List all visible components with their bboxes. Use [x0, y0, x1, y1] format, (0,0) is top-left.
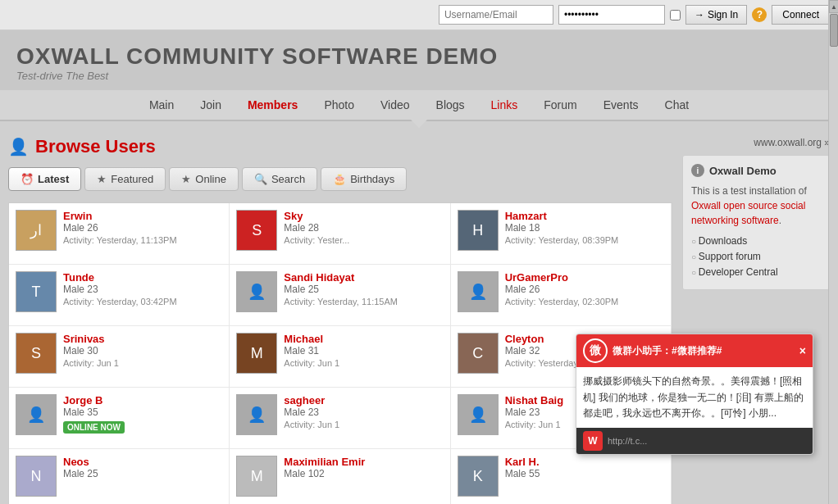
user-meta: Male 26	[63, 222, 222, 234]
site-header: OXWALL COMMUNITY SOFTWARE DEMO Test-driv…	[0, 30, 838, 90]
user-meta: Male 18	[505, 222, 664, 234]
popup-header: 微 微群小助手：#微群推荐# ×	[576, 334, 813, 367]
star-icon-online: ★	[181, 173, 191, 185]
nav-item-chat[interactable]: Chat	[652, 90, 703, 120]
oxwall-link[interactable]: Oxwall open source social networking sof…	[691, 200, 805, 226]
avatar: S	[236, 210, 277, 251]
connect-button[interactable]: Connect	[772, 5, 830, 25]
topbar: → Sign In ? Connect	[0, 0, 838, 30]
downloads-link[interactable]: Downloads	[699, 235, 747, 247]
developer-link[interactable]: Developer Central	[699, 266, 778, 278]
user-meta: Male 28	[284, 222, 443, 234]
remember-me-checkbox[interactable]	[670, 10, 681, 20]
user-activity: Activity: Yesterday, 02:30PM	[505, 297, 664, 306]
scroll-up-arrow[interactable]: ▲	[829, 0, 838, 13]
popup-footer-url: http://t.c...	[608, 436, 647, 446]
support-link[interactable]: Support forum	[699, 251, 761, 262]
popup-header-left: 微 微群小助手：#微群推荐#	[583, 338, 722, 363]
avatar: N	[16, 456, 57, 497]
nav-item-forum[interactable]: Forum	[531, 90, 590, 120]
user-card: S Sky Male 28 Activity: Yester...	[230, 203, 450, 265]
popup-footer-icon: W	[583, 431, 603, 451]
scroll-thumb[interactable]	[830, 14, 838, 47]
user-card: 👤 UrGamerPro Male 26 Activity: Yesterday…	[451, 265, 672, 326]
user-info: Sky Male 28 Activity: Yester...	[284, 210, 443, 245]
sidebar-description: This is a test installation of Oxwall op…	[691, 184, 821, 228]
sidebar-link-developer: Developer Central	[691, 266, 821, 278]
user-info: Erwin Male 26 Activity: Yesterday, 11:13…	[63, 210, 222, 245]
tab-latest[interactable]: ⏰ Latest	[8, 167, 81, 191]
signin-button[interactable]: → Sign In	[685, 5, 747, 25]
user-name-link[interactable]: Srinivas	[63, 333, 222, 345]
user-name-link[interactable]: Sandi Hidayat	[284, 271, 443, 284]
user-name-link[interactable]: Jorge B	[63, 394, 222, 406]
avatar: 👤	[458, 394, 499, 435]
user-card: 👤 sagheer Male 23 Activity: Jun 1	[230, 388, 450, 449]
user-info: Tunde Male 23 Activity: Yesterday, 03:42…	[63, 271, 222, 306]
sidebar-box-title: Oxwall Demo	[709, 165, 777, 177]
tab-online[interactable]: ★ Online	[169, 167, 239, 191]
tab-featured[interactable]: ★ Featured	[84, 167, 166, 191]
user-name-link[interactable]: Neos	[63, 456, 222, 468]
filter-tabs: ⏰ Latest ★ Featured ★ Online 🔍 Search 🎂 …	[8, 167, 672, 191]
star-icon-featured: ★	[97, 173, 107, 185]
nav-item-video[interactable]: Video	[367, 90, 423, 120]
user-info: UrGamerPro Male 26 Activity: Yesterday, …	[505, 271, 664, 306]
user-activity: Activity: Yesterday, 03:42PM	[63, 297, 222, 306]
nav-item-blogs[interactable]: Blogs	[423, 90, 478, 120]
nav-item-links[interactable]: Links	[478, 90, 531, 120]
page-title: Browse Users	[35, 136, 156, 157]
tab-search[interactable]: 🔍 Search	[242, 167, 317, 191]
scrollbar[interactable]: ▲	[828, 0, 838, 504]
user-card: 👤 Sandi Hidayat Male 25 Activity: Yester…	[230, 265, 450, 326]
user-meta: Male 30	[63, 345, 222, 356]
sidebar-external-link[interactable]: www.oxwall.org »	[754, 137, 830, 148]
user-activity: Activity: Jun 1	[63, 358, 222, 368]
user-meta: Male 55	[505, 468, 664, 479]
sidebar-link-downloads: Downloads	[691, 234, 821, 247]
avatar: ار	[16, 210, 57, 251]
username-input[interactable]	[439, 5, 553, 25]
help-button[interactable]: ?	[752, 7, 767, 22]
user-name-link[interactable]: Sky	[284, 210, 443, 222]
nav-item-join[interactable]: Join	[187, 90, 235, 120]
site-tagline: Test-drive The Best	[16, 70, 822, 82]
user-card: ار Erwin Male 26 Activity: Yesterday, 11…	[9, 203, 230, 265]
user-name-link[interactable]: sagheer	[284, 394, 443, 406]
user-name-link[interactable]: Michael	[284, 333, 443, 345]
user-info: Neos Male 25	[63, 456, 222, 481]
weibo-icon: 微	[583, 338, 608, 363]
birthday-icon: 🎂	[333, 173, 346, 185]
user-name-link[interactable]: Hamzart	[505, 210, 664, 222]
user-meta: Male 23	[284, 406, 443, 418]
user-name-link[interactable]: Maximilian Emir	[284, 456, 443, 468]
popup-footer: W http://t.c...	[576, 428, 813, 454]
user-activity: Activity: Yesterday, 08:39PM	[505, 235, 664, 245]
user-card: M Maximilian Emir Male 102	[230, 449, 450, 504]
password-input[interactable]	[558, 5, 665, 25]
user-info: Jorge B Male 35 ONLINE NOW	[63, 394, 222, 434]
clock-icon: ⏰	[20, 173, 34, 185]
nav-item-main[interactable]: Main	[136, 90, 187, 120]
user-name-link[interactable]: Erwin	[63, 210, 222, 222]
site-title: OXWALL COMMUNITY SOFTWARE DEMO	[16, 43, 822, 70]
user-info: Maximilian Emir Male 102	[284, 456, 443, 481]
avatar: S	[16, 333, 57, 374]
tab-birthdays[interactable]: 🎂 Birthdays	[321, 167, 407, 191]
user-info: Hamzart Male 18 Activity: Yesterday, 08:…	[505, 210, 664, 245]
nav-item-photo[interactable]: Photo	[311, 90, 367, 120]
user-meta: Male 31	[284, 345, 443, 356]
avatar: M	[236, 333, 277, 374]
nav-item-members[interactable]: Members	[235, 90, 311, 120]
nav-item-events[interactable]: Events	[590, 90, 652, 120]
user-card: K Karl H. Male 55	[451, 449, 672, 504]
user-name-link[interactable]: Karl H.	[505, 456, 664, 468]
popup-close-button[interactable]: ×	[799, 344, 806, 357]
user-name-link[interactable]: Tunde	[63, 271, 222, 284]
user-card: S Srinivas Male 30 Activity: Jun 1	[9, 326, 230, 388]
avatar: M	[236, 456, 277, 497]
user-name-link[interactable]: UrGamerPro	[505, 271, 664, 284]
avatar: K	[458, 456, 499, 497]
remember-me-wrap	[670, 10, 681, 20]
user-grid: ار Erwin Male 26 Activity: Yesterday, 11…	[8, 202, 672, 504]
